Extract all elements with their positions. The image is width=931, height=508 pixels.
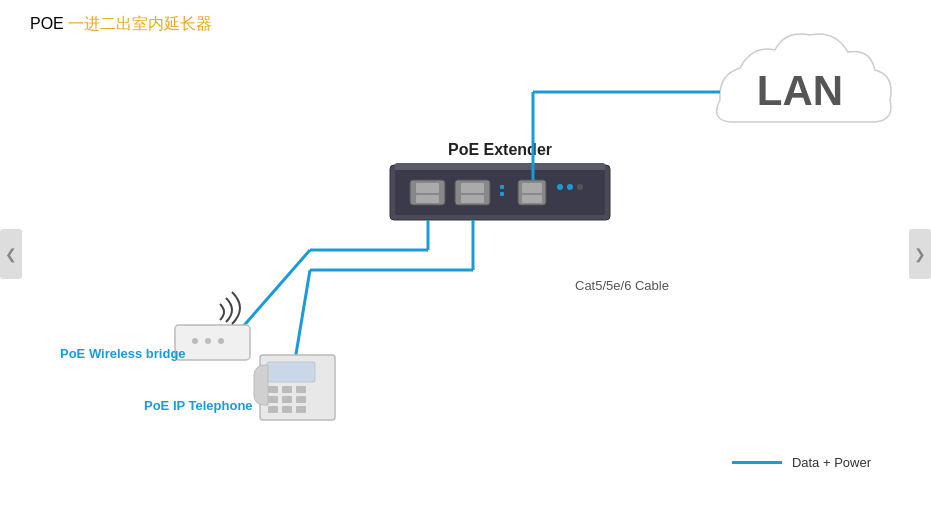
svg-rect-27 [175,325,250,360]
svg-rect-10 [500,192,504,196]
ip-telephone [254,355,335,420]
svg-point-28 [192,338,198,344]
svg-rect-33 [268,386,278,393]
svg-rect-17 [395,163,605,170]
legend: Data + Power [732,455,871,470]
svg-rect-38 [296,396,306,403]
svg-point-14 [557,184,563,190]
svg-rect-12 [522,183,542,193]
svg-rect-5 [416,195,439,203]
svg-rect-35 [296,386,306,393]
svg-point-15 [567,184,573,190]
svg-rect-8 [461,195,484,203]
svg-line-26 [295,270,310,360]
svg-rect-40 [282,406,292,413]
svg-text:LAN: LAN [757,67,843,114]
svg-rect-41 [296,406,306,413]
svg-line-23 [240,250,310,330]
extender-label: PoE Extender [448,141,552,158]
svg-rect-4 [416,183,439,193]
svg-point-29 [205,338,211,344]
svg-rect-7 [461,183,484,193]
poe-extender [390,163,610,220]
svg-rect-13 [522,195,542,203]
svg-rect-32 [267,362,315,382]
svg-rect-39 [268,406,278,413]
legend-line [732,461,782,464]
svg-rect-9 [500,185,504,189]
svg-rect-37 [282,396,292,403]
legend-label: Data + Power [792,455,871,470]
svg-point-30 [218,338,224,344]
svg-rect-36 [268,396,278,403]
svg-point-16 [577,184,583,190]
cable-label: Cat5/5e/6 Cable [575,278,669,293]
svg-rect-34 [282,386,292,393]
lan-cloud: LAN [717,34,891,122]
wireless-bridge [175,292,250,360]
ip-telephone-label: PoE IP Telephone [144,398,253,413]
diagram: LAN PoE Extender Cat5/5e/6 Cable [0,0,931,508]
wireless-bridge-label: PoE Wireless bridge [60,346,186,361]
